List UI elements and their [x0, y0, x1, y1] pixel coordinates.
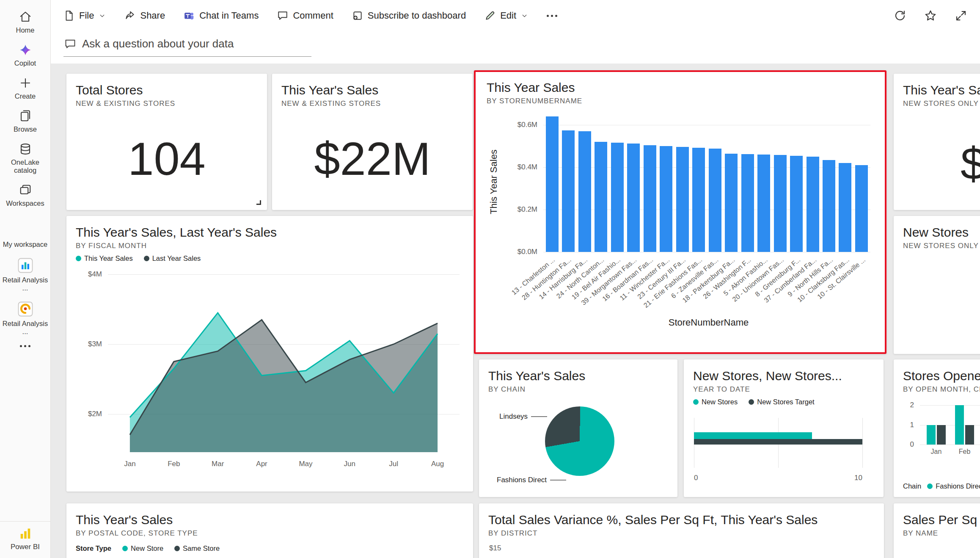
fullscreen-button[interactable] — [955, 9, 967, 22]
sidebar-item-browse[interactable]: Browse — [0, 105, 50, 138]
bar-13 - Charleston ...[interactable] — [546, 116, 559, 252]
legend-dot-teal — [927, 483, 933, 489]
bullet-bar-New Stores[interactable] — [694, 432, 812, 439]
column-bar-Fashions Direct[interactable] — [955, 405, 964, 445]
bar-28 - Huntington Fa...[interactable] — [562, 130, 575, 252]
legend-item[interactable]: New Store — [122, 544, 163, 552]
bar-37 - Cumberland Fa...[interactable] — [807, 157, 819, 252]
ask-question-input[interactable]: Ask a question about your data — [63, 33, 311, 57]
sidebar-item-workspaces[interactable]: Workspaces — [0, 179, 50, 212]
tile-subtitle: NEW STORES ONLY — [903, 242, 980, 250]
sidebar-item-label: Home — [16, 26, 34, 34]
y-axis-tick: $15 — [489, 544, 501, 552]
refresh-button[interactable] — [894, 9, 906, 22]
refresh-icon — [894, 9, 906, 22]
comment-label: Comment — [293, 10, 333, 21]
powerbi-footer[interactable]: Power BI — [0, 521, 50, 558]
bar-24 - North Canton...[interactable] — [595, 142, 607, 252]
share-label: Share — [140, 10, 165, 21]
sidebar-item-retail-analysis-report[interactable]: Retail Analysis ... — [0, 253, 50, 297]
more-options-button[interactable] — [547, 15, 557, 17]
legend-dot-dark — [144, 256, 149, 261]
sidebar-item-retail-analysis-dashboard[interactable]: Retail Analysis ... — [0, 297, 50, 340]
tile-title: Total Sales Variance %, Sales Per Sq Ft,… — [488, 513, 875, 527]
workspaces-icon — [19, 184, 32, 196]
share-button[interactable]: Share — [124, 10, 165, 21]
main-area: File Share Chat in Teams Comment — [51, 0, 980, 558]
tile-stores-opened[interactable]: Stores Opened BY OPEN MONTH, CHAIN 012Ja… — [894, 359, 980, 497]
tile-sales-per-sq-ft[interactable]: Sales Per Sq Ft BY NAME — [894, 503, 980, 558]
star-icon — [924, 9, 937, 22]
tile-title: This Year's Sales — [488, 369, 668, 383]
tile-sales-by-chain[interactable]: This Year's Sales BY CHAIN Lindseys Fash… — [479, 359, 677, 497]
column-bar-Lindseys[interactable] — [937, 425, 946, 445]
tile-sales-by-fiscal-month[interactable]: This Year's Sales, Last Year's Sales BY … — [66, 216, 473, 492]
tile-sales-variance-by-district[interactable]: Total Sales Variance %, Sales Per Sq Ft,… — [479, 503, 884, 558]
bar-10 - Clarksburg Fas...[interactable] — [839, 163, 851, 252]
legend-item[interactable]: New Stores Target — [749, 398, 814, 406]
expand-icon — [955, 9, 967, 22]
bar-18 - Parkersburg Fa...[interactable] — [725, 154, 738, 252]
tile-title: This Year's Sales — [76, 513, 464, 527]
file-icon — [63, 10, 74, 21]
file-menu-button[interactable]: File — [63, 10, 106, 21]
tile-subtitle: NEW & EXISTING STORES — [76, 99, 258, 108]
sidebar-item-copilot[interactable]: Copilot — [0, 39, 50, 72]
sidebar-item-onelake-catalog[interactable]: OneLake catalog — [0, 138, 50, 179]
legend-item[interactable]: New Stores — [693, 398, 738, 406]
tile-subtitle: BY FISCAL MONTH — [76, 242, 464, 250]
tile-sales-by-postal-code[interactable]: This Year's Sales BY POSTAL CODE, STORE … — [66, 503, 473, 558]
tile-this-year-sales-by-store[interactable]: This Year Sales BY STORENUMBERNAME This … — [474, 70, 886, 354]
sidebar-more-button[interactable] — [0, 340, 50, 352]
bar-11 - Winchester Fa...[interactable] — [660, 146, 672, 252]
home-icon — [19, 11, 32, 23]
bar-14 - Harrisburg Fa...[interactable] — [578, 131, 591, 252]
tile-total-stores[interactable]: Total Stores NEW & EXISTING STORES 104 — [66, 74, 267, 210]
subscribe-icon — [352, 10, 363, 21]
tile-new-stores[interactable]: New Stores NEW STORES ONLY — [894, 216, 980, 354]
bar-10 - St. Clairsville ...[interactable] — [855, 165, 868, 252]
tile-new-stores-ytd[interactable]: New Stores, New Stores... YEAR TO DATE N… — [684, 359, 884, 497]
bar-23 - Century III Fa...[interactable] — [676, 147, 689, 252]
bar-26 - Washington F...[interactable] — [741, 154, 754, 252]
legend-item[interactable]: This Year Sales — [76, 254, 133, 262]
bar-8 - Greensburg F...[interactable] — [790, 156, 803, 252]
file-label: File — [79, 10, 94, 21]
tile-title: This Year's Sales — [903, 83, 980, 97]
bar-39 - Morgantown Fas...[interactable] — [627, 144, 640, 252]
powerbi-label: Power BI — [11, 543, 40, 551]
comment-button[interactable]: Comment — [277, 10, 333, 21]
legend-item[interactable]: Same Store — [174, 544, 220, 552]
bar-9 - North Hills Fa...[interactable] — [823, 160, 835, 252]
bar-19 - Bel Air Fashio...[interactable] — [611, 143, 624, 252]
sidebar-item-create[interactable]: Create — [0, 72, 50, 105]
sidebar-item-my-workspace[interactable]: My workspace — [0, 236, 50, 253]
legend-item[interactable]: Fashions Direct — [927, 482, 980, 490]
tile-this-years-sales-kpi[interactable]: This Year's Sales NEW & EXISTING STORES … — [272, 74, 473, 210]
edit-menu-button[interactable]: Edit — [484, 10, 528, 21]
subscribe-button[interactable]: Subscribe to dashboard — [352, 10, 466, 21]
copilot-icon — [19, 44, 32, 56]
bullet-bar-New Stores Target[interactable] — [694, 439, 862, 445]
chart-legend: Store Type New Store Same Store — [76, 544, 464, 552]
legend-item[interactable]: Last Year Sales — [144, 254, 201, 262]
favorite-button[interactable] — [924, 9, 937, 22]
column-bar-Fashions Direct[interactable] — [927, 425, 936, 445]
bar-5 - Akron Fashio...[interactable] — [757, 155, 770, 252]
bar-21 - Erie Fashions Fas...[interactable] — [692, 148, 705, 252]
tile-this-years-sales-new-stores[interactable]: This Year's Sales NEW STORES ONLY $ — [894, 74, 980, 210]
toolbar-right-group — [894, 9, 967, 22]
bar-20 - Uniontown Fas...[interactable] — [774, 155, 787, 252]
bar-chart: $0.0M$0.2M$0.4M$0.6M13 - Charleston ...2… — [501, 112, 874, 316]
chat-in-teams-button[interactable]: Chat in Teams — [184, 10, 259, 21]
bar-6 - Zanesville Fas...[interactable] — [709, 149, 721, 252]
tile-title: Total Stores — [76, 83, 258, 97]
sidebar-item-home[interactable]: Home — [0, 6, 50, 39]
bar-16 - Boardman Fas...[interactable] — [644, 145, 656, 252]
onelake-database-icon — [19, 143, 32, 155]
pie-chart[interactable] — [545, 406, 614, 476]
tile-title: This Year's Sales, Last Year's Sales — [76, 225, 464, 240]
dashboard-gauge-icon — [18, 301, 33, 317]
tile-resize-handle[interactable] — [256, 200, 261, 205]
column-bar-Lindseys[interactable] — [965, 425, 974, 445]
